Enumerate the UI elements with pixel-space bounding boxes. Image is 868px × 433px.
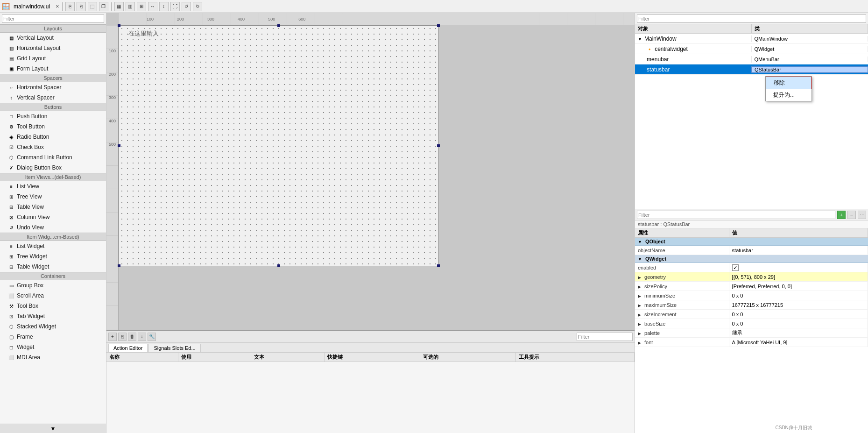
- toolbar-btn-3[interactable]: ⬚: [88, 2, 97, 11]
- widget-item-grid-layout[interactable]: ▤ Grid Layout: [0, 53, 106, 64]
- props-filter-add-btn[interactable]: +: [837, 211, 846, 219]
- action-copy-btn[interactable]: ⎘: [118, 333, 127, 341]
- font-expand[interactable]: ▶: [638, 341, 641, 345]
- prop-value-enabled[interactable]: ✓: [729, 263, 868, 272]
- widget-item-push-button[interactable]: □ Push Button: [0, 111, 106, 121]
- scroll-down-btn[interactable]: ▼: [0, 424, 106, 433]
- widget-item-tool-box[interactable]: ⚒ Tool Box: [0, 301, 106, 311]
- props-row-maximumsize[interactable]: ▶ maximumSize 16777215 x 16777215: [635, 300, 868, 310]
- widget-item-radio-button[interactable]: ◉ Radio Button: [0, 132, 106, 142]
- design-canvas[interactable]: 在这里输入: [119, 25, 439, 266]
- handle-tl[interactable]: [118, 24, 120, 27]
- widget-item-tree-view[interactable]: ⊞ Tree View: [0, 192, 106, 202]
- context-menu-promote[interactable]: 提升为...: [766, 89, 812, 101]
- handle-br[interactable]: [437, 264, 440, 267]
- widget-item-list-view[interactable]: ≡ List View: [0, 181, 106, 192]
- prop-value-geometry[interactable]: [(0, 571), 800 x 29]: [729, 272, 868, 282]
- tab-signals-slots[interactable]: Signals Slots Ed...: [148, 344, 200, 352]
- widget-item-column-view[interactable]: ⊠ Column View: [0, 212, 106, 222]
- widget-item-vertical-layout[interactable]: ▦ Vertical Layout: [0, 33, 106, 43]
- widget-item-table-widget[interactable]: ⊟ Table Widget: [0, 262, 106, 272]
- tree-row-menubar[interactable]: menubar QMenuBar: [635, 54, 868, 64]
- handle-ml[interactable]: [118, 144, 120, 147]
- widget-item-frame[interactable]: ▢ Frame: [0, 332, 106, 342]
- handle-tr[interactable]: [437, 24, 440, 27]
- qobject-expand[interactable]: ▼: [638, 240, 642, 244]
- qwidget-expand[interactable]: ▼: [638, 257, 642, 262]
- expand-mainwindow[interactable]: ▼: [638, 37, 642, 42]
- toolbar-btn-2[interactable]: ⎗: [77, 2, 86, 11]
- toolbar-btn-9[interactable]: ↕: [159, 2, 169, 11]
- widget-item-tab-widget[interactable]: ⊡ Tab Widget: [0, 311, 106, 321]
- widget-item-horizontal-spacer[interactable]: ↔ Horizontal Spacer: [0, 82, 106, 92]
- props-row-font[interactable]: ▶ font A [Microsoft YaHei UI, 9]: [635, 338, 868, 347]
- props-row-sizeincrement[interactable]: ▶ sizeIncrement 0 x 0: [635, 310, 868, 319]
- tab-action-editor[interactable]: Action Editor: [108, 344, 148, 352]
- minimumsize-expand[interactable]: ▶: [638, 294, 641, 298]
- prop-value-sizepolicy[interactable]: [Preferred, Preferred, 0, 0]: [729, 282, 868, 291]
- close-icon[interactable]: ×: [56, 3, 59, 10]
- props-filter-minus-btn[interactable]: −: [847, 211, 856, 219]
- toolbar-btn-7[interactable]: ⊞: [137, 2, 146, 11]
- prop-value-maximumsize[interactable]: 16777215 x 16777215: [729, 300, 868, 310]
- tree-row-mainwindow[interactable]: ▼ MainWindow QMainWindow: [635, 34, 868, 44]
- tree-row-statusbar[interactable]: statusbar QStatusBar: [635, 64, 868, 75]
- handle-bc[interactable]: [277, 264, 280, 267]
- right-filter-input[interactable]: [637, 14, 866, 23]
- widget-item-group-box[interactable]: ▭ Group Box: [0, 280, 106, 291]
- props-row-geometry[interactable]: ▶ geometry [(0, 571), 800 x 29]: [635, 272, 868, 282]
- tree-row-centralwidget[interactable]: 🔸 centralwidget QWidget: [635, 44, 868, 54]
- bottom-filter-input[interactable]: [577, 333, 633, 341]
- props-filter-dots-btn[interactable]: ⋯: [858, 211, 866, 219]
- toolbar-btn-10[interactable]: ⛶: [170, 2, 180, 11]
- props-row-palette[interactable]: ▶ palette 继承: [635, 328, 868, 338]
- toolbar-btn-1[interactable]: ⎘: [65, 2, 75, 11]
- props-row-minimumsize[interactable]: ▶ minimumSize 0 x 0: [635, 291, 868, 300]
- geometry-expand[interactable]: ▶: [638, 275, 641, 280]
- toolbar-btn-12[interactable]: ↻: [193, 2, 202, 11]
- widget-item-scroll-area[interactable]: ⬜ Scroll Area: [0, 291, 106, 301]
- prop-value-minimumsize[interactable]: 0 x 0: [729, 291, 868, 300]
- widget-item-horizontal-layout[interactable]: ▥ Horizontal Layout: [0, 43, 106, 53]
- prop-value-palette[interactable]: 继承: [729, 328, 868, 338]
- widget-item-vertical-spacer[interactable]: ↕ Vertical Spacer: [0, 92, 106, 103]
- prop-value-font[interactable]: A [Microsoft YaHei UI, 9]: [729, 338, 868, 347]
- context-menu-remove[interactable]: 移除: [766, 77, 812, 89]
- palette-expand[interactable]: ▶: [638, 331, 641, 336]
- props-row-objectname[interactable]: objectName statusbar: [635, 246, 868, 255]
- handle-bl[interactable]: [118, 264, 120, 267]
- widget-item-widget[interactable]: ◻ Widget: [0, 342, 106, 352]
- toolbar-btn-8[interactable]: ↔: [148, 2, 157, 11]
- handle-tc[interactable]: [277, 24, 280, 27]
- widget-item-stacked-widget[interactable]: ⬡ Stacked Widget: [0, 321, 106, 332]
- widget-item-command-link-button[interactable]: ⬡ Command Link Button: [0, 152, 106, 163]
- action-wrench-btn[interactable]: 🔧: [148, 333, 156, 341]
- widget-item-mdi-area[interactable]: ⬜ MDI Area: [0, 352, 106, 362]
- props-filter-input[interactable]: [637, 211, 835, 219]
- sizepolicy-expand[interactable]: ▶: [638, 284, 641, 289]
- toolbar-btn-6[interactable]: ▥: [126, 2, 135, 11]
- left-filter-input[interactable]: [2, 14, 104, 23]
- design-canvas-wrapper[interactable]: 100 200 300 400 500 600 100 200 300 400 …: [106, 13, 635, 330]
- props-row-sizepolicy[interactable]: ▶ sizePolicy [Preferred, Preferred, 0, 0…: [635, 282, 868, 291]
- basesize-expand[interactable]: ▶: [638, 322, 641, 327]
- sizeincrement-expand[interactable]: ▶: [638, 312, 641, 317]
- props-row-enabled[interactable]: enabled ✓: [635, 263, 868, 272]
- widget-item-undo-view[interactable]: ↺ Undo View: [0, 222, 106, 233]
- toolbar-btn-4[interactable]: ❐: [99, 2, 108, 11]
- maximumsize-expand[interactable]: ▶: [638, 303, 641, 308]
- widget-item-dialog-button-box[interactable]: ✗ Dialog Button Box: [0, 163, 106, 173]
- handle-mr[interactable]: [437, 144, 440, 147]
- widget-item-list-widget[interactable]: ≡ List Widget: [0, 241, 106, 251]
- enabled-checkbox[interactable]: ✓: [732, 264, 739, 271]
- action-down-btn[interactable]: ↓: [138, 333, 146, 341]
- widget-item-tree-widget[interactable]: ⊞ Tree Widget: [0, 251, 106, 262]
- props-row-basesize[interactable]: ▶ baseSize 0 x 0: [635, 319, 868, 328]
- prop-value-objectname[interactable]: statusbar: [729, 246, 868, 255]
- widget-item-table-view[interactable]: ⊟ Table View: [0, 202, 106, 212]
- prop-value-sizeincrement[interactable]: 0 x 0: [729, 310, 868, 319]
- toolbar-btn-5[interactable]: ▦: [114, 2, 124, 11]
- widget-item-form-layout[interactable]: ▣ Form Layout: [0, 64, 106, 74]
- widget-item-check-box[interactable]: ☑ Check Box: [0, 142, 106, 152]
- toolbar-btn-11[interactable]: ↺: [182, 2, 191, 11]
